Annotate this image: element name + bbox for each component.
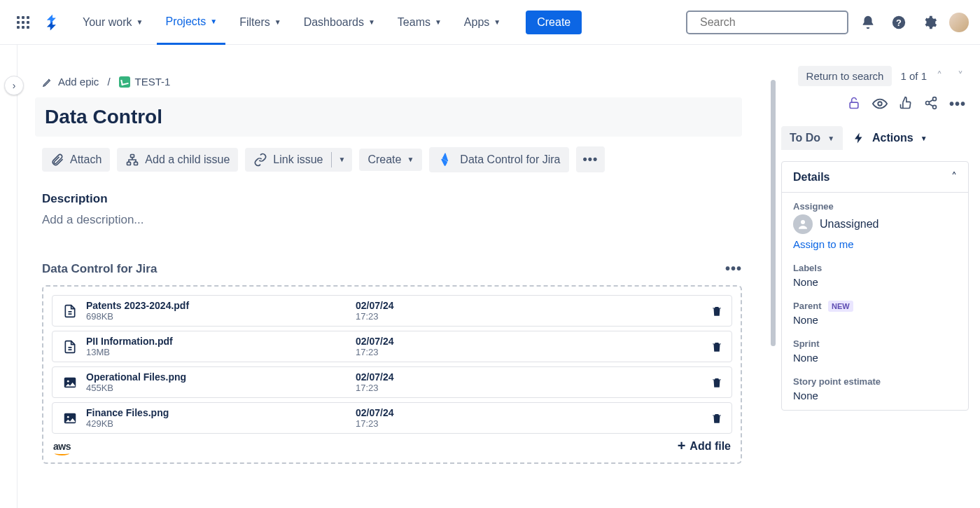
nav-apps-label: Apps [464, 16, 489, 29]
sprint-label: Sprint [793, 338, 957, 349]
link-issue-dropdown[interactable]: ▼ [331, 148, 352, 172]
scrollbar[interactable] [770, 52, 777, 466]
data-control-section-more[interactable]: ••• [725, 261, 742, 277]
delete-file-button[interactable] [695, 376, 723, 389]
notifications-icon[interactable] [857, 11, 879, 34]
pager-next[interactable]: ˅ [952, 68, 969, 85]
file-row[interactable]: Operational Files.png455KB02/07/2417:23 [52, 366, 732, 398]
create-button[interactable]: Create [526, 11, 582, 34]
nav-apps[interactable]: Apps ▼ [456, 1, 509, 43]
file-type-icon [61, 411, 79, 426]
link-icon [253, 153, 267, 167]
description-input[interactable]: Add a description... [35, 213, 742, 227]
status-dropdown[interactable]: To Do ▼ [781, 126, 843, 150]
aws-logo-icon: aws [53, 441, 71, 452]
settings-icon[interactable] [918, 11, 941, 34]
nav-filters[interactable]: Filters ▼ [231, 1, 289, 43]
hierarchy-icon [125, 153, 139, 167]
delete-file-button[interactable] [695, 305, 723, 317]
delete-file-button[interactable] [695, 412, 723, 425]
file-type-icon [61, 303, 79, 319]
action-toolbar: Attach Add a child issue Link issue ▼ [35, 146, 742, 172]
assignee-label: Assignee [793, 201, 957, 212]
story-point-label: Story point estimate [793, 376, 957, 387]
assign-to-me-link[interactable]: Assign to me [793, 238, 854, 250]
create-dropdown-button[interactable]: Create ▼ [359, 149, 422, 171]
sprint-field[interactable]: None [793, 352, 957, 364]
add-file-button[interactable]: + Add file [678, 438, 731, 454]
file-size: 698KB [86, 311, 356, 322]
chevron-down-icon: ▼ [407, 156, 414, 163]
file-name: Patents 2023-2024.pdf [86, 300, 356, 311]
chevron-down-icon: ▼ [136, 18, 144, 26]
create-label: Create [368, 153, 401, 166]
data-control-app-button[interactable]: Data Control for Jira [429, 147, 568, 172]
details-toggle[interactable]: Details ˄ [782, 162, 968, 193]
help-icon[interactable]: ? [888, 11, 910, 34]
breadcrumb-issue-key: TEST-1 [135, 76, 171, 88]
profile-avatar[interactable] [949, 13, 969, 32]
trash-icon [710, 412, 723, 425]
svg-point-13 [932, 97, 936, 101]
breadcrumb-issue[interactable]: TEST-1 [119, 76, 171, 88]
story-point-field[interactable]: None [793, 390, 957, 401]
file-drop-zone[interactable]: Patents 2023-2024.pdf698KB02/07/2417:23P… [42, 285, 742, 464]
parent-label: Parent NEW [793, 301, 957, 311]
chevron-down-icon: ▼ [210, 18, 217, 25]
file-time: 17:23 [356, 311, 426, 322]
more-actions-button[interactable]: ••• [576, 146, 606, 172]
issue-title-block[interactable]: Data Control [35, 97, 742, 137]
labels-label: Labels [793, 263, 957, 273]
parent-field[interactable]: None [793, 314, 957, 326]
svg-point-14 [925, 102, 929, 105]
chevron-down-icon: ▼ [493, 18, 500, 26]
data-control-app-label: Data Control for Jira [460, 153, 560, 166]
jira-logo-icon[interactable] [43, 13, 62, 32]
add-file-label: Add file [690, 440, 731, 453]
nav-dashboards[interactable]: Dashboards ▼ [295, 1, 384, 43]
file-type-icon [61, 375, 79, 390]
link-issue-button[interactable]: Link issue [245, 148, 331, 172]
share-icon[interactable] [924, 96, 938, 115]
app-switcher-icon[interactable] [11, 11, 35, 34]
file-row[interactable]: Finance Files.png429KB02/07/2417:23 [52, 402, 732, 434]
svg-rect-5 [127, 162, 131, 165]
file-row[interactable]: Patents 2023-2024.pdf698KB02/07/2417:23 [52, 295, 732, 327]
file-date: 02/07/24 [356, 300, 426, 311]
chevron-down-icon: ▼ [827, 135, 834, 142]
issue-title: Data Control [45, 106, 732, 128]
return-to-search-button[interactable]: Return to search [798, 66, 892, 86]
chevron-down-icon: ▼ [338, 156, 345, 163]
nav-dashboards-label: Dashboards [304, 16, 364, 29]
more-icon[interactable]: ••• [949, 96, 966, 115]
details-panel: Details ˄ Assignee Unassigned Assign to … [781, 161, 969, 411]
actions-dropdown[interactable]: Actions ▼ [853, 132, 927, 144]
breadcrumb-add-epic[interactable]: Add epic [42, 76, 99, 88]
actions-label: Actions [872, 132, 913, 144]
sidebar-expand-toggle[interactable]: › [4, 76, 24, 95]
nav-teams[interactable]: Teams ▼ [389, 1, 450, 43]
watch-icon[interactable] [872, 96, 888, 115]
nav-projects[interactable]: Projects ▼ [157, 1, 225, 45]
labels-field[interactable]: None [793, 276, 957, 288]
lock-icon[interactable] [847, 96, 861, 115]
pager-prev[interactable]: ˄ [931, 68, 948, 85]
nav-your-work-label: Your work [83, 16, 132, 29]
svg-point-18 [801, 220, 805, 224]
chevron-down-icon: ▼ [435, 18, 442, 26]
pager-text: 1 of 1 [900, 70, 927, 82]
attach-button[interactable]: Attach [42, 148, 110, 172]
file-time: 17:23 [356, 347, 426, 357]
delete-file-button[interactable] [695, 341, 723, 353]
assignee-field[interactable]: Unassigned [793, 214, 957, 234]
add-child-issue-button[interactable]: Add a child issue [117, 148, 238, 172]
top-navigation: Your work ▼ Projects ▼ Filters ▼ Dashboa… [0, 0, 980, 45]
file-time: 17:23 [356, 418, 426, 429]
file-name: Finance Files.png [86, 407, 356, 418]
file-row[interactable]: PII Information.pdf13MB02/07/2417:23 [52, 331, 732, 362]
search-box[interactable] [686, 11, 848, 34]
svg-point-12 [878, 102, 882, 106]
nav-your-work[interactable]: Your work ▼ [74, 1, 151, 43]
vote-icon[interactable] [899, 96, 913, 115]
search-input[interactable] [700, 16, 840, 29]
